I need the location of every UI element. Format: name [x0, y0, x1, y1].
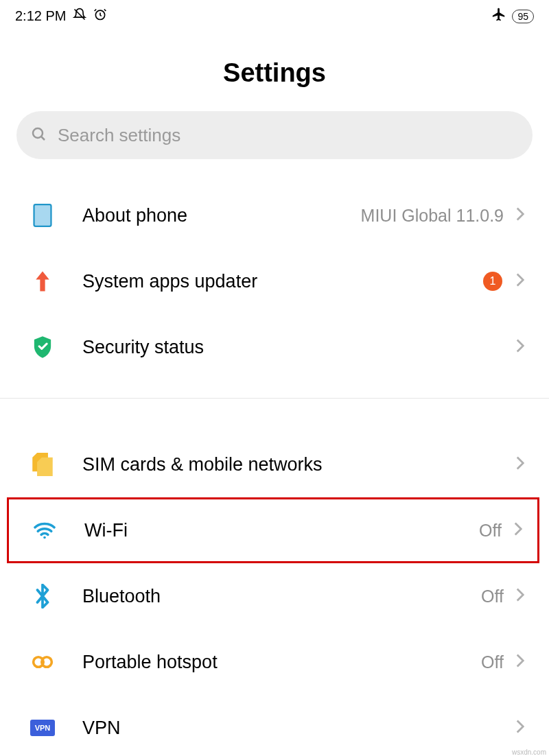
update-arrow-icon	[30, 269, 55, 294]
item-label: VPN	[82, 718, 516, 739]
watermark: wsxdn.com	[512, 748, 546, 756]
bluetooth-icon	[30, 584, 55, 609]
settings-item-portable-hotspot[interactable]: Portable hotspot Off	[0, 629, 549, 695]
sim-card-icon	[30, 452, 55, 477]
item-value: Off	[481, 652, 504, 672]
vpn-icon: VPN	[30, 716, 55, 740]
settings-item-sim[interactable]: SIM cards & mobile networks	[0, 432, 549, 497]
phone-icon	[30, 203, 55, 228]
item-label: Bluetooth	[82, 586, 481, 607]
chevron-right-icon	[516, 456, 524, 473]
chevron-right-icon	[516, 654, 524, 670]
chevron-right-icon	[516, 339, 524, 355]
chevron-right-icon	[514, 522, 522, 539]
item-label: About phone	[82, 205, 361, 226]
svg-text:VPN: VPN	[35, 724, 51, 732]
settings-item-about-phone[interactable]: About phone MIUI Global 11.0.9	[0, 182, 549, 248]
settings-item-security-status[interactable]: Security status	[0, 314, 549, 380]
dnd-mute-icon	[73, 8, 86, 25]
svg-line-3	[42, 137, 45, 141]
settings-item-bluetooth[interactable]: Bluetooth Off	[0, 563, 549, 629]
airplane-mode-icon	[491, 7, 506, 25]
status-time: 2:12 PM	[15, 8, 66, 24]
page-title: Settings	[0, 58, 549, 88]
svg-rect-4	[34, 204, 51, 226]
alarm-icon	[93, 8, 107, 25]
chevron-right-icon	[516, 720, 524, 736]
section-divider	[0, 398, 549, 399]
item-label: SIM cards & mobile networks	[82, 454, 516, 475]
item-label: System apps updater	[82, 271, 483, 292]
shield-icon	[30, 335, 55, 359]
item-value: MIUI Global 11.0.9	[361, 206, 504, 226]
settings-item-wifi[interactable]: Wi-Fi Off	[7, 497, 539, 563]
chevron-right-icon	[516, 588, 524, 604]
svg-point-5	[43, 536, 46, 539]
search-icon	[30, 126, 47, 145]
status-bar-left: 2:12 PM	[15, 8, 107, 25]
item-value: Off	[479, 521, 502, 541]
item-label: Wi-Fi	[84, 520, 479, 541]
settings-list: About phone MIUI Global 11.0.9 System ap…	[0, 182, 549, 756]
chevron-right-icon	[516, 273, 524, 290]
svg-point-2	[33, 128, 43, 138]
settings-item-system-apps-updater[interactable]: System apps updater 1	[0, 248, 549, 314]
item-label: Security status	[82, 337, 516, 358]
search-bar[interactable]: Search settings	[16, 111, 533, 159]
status-bar-right: 95	[491, 7, 534, 25]
search-placeholder: Search settings	[58, 125, 180, 146]
battery-indicator: 95	[512, 10, 534, 23]
wifi-icon	[32, 518, 57, 543]
chevron-right-icon	[516, 207, 524, 224]
hotspot-icon	[30, 650, 55, 674]
settings-item-vpn[interactable]: VPN VPN	[0, 695, 549, 756]
notification-badge: 1	[483, 272, 502, 291]
item-label: Portable hotspot	[82, 652, 481, 673]
item-value: Off	[481, 587, 504, 606]
status-bar: 2:12 PM 95	[0, 0, 549, 28]
